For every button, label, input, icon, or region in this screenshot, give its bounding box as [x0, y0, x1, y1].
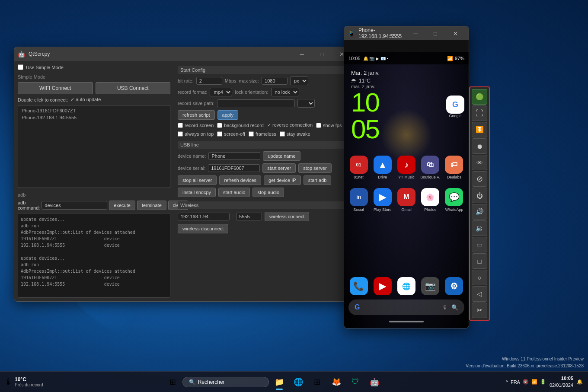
- record-button[interactable]: ⏺: [472, 138, 487, 154]
- maxsize-select[interactable]: px: [290, 76, 308, 85]
- phone-app-boutique[interactable]: 🛍 Boutique A.: [420, 156, 441, 179]
- simple-mode-checkbox[interactable]: [18, 64, 23, 70]
- maxsize-input[interactable]: [262, 77, 288, 85]
- install-sndcpy-button[interactable]: install sndcpy: [178, 188, 216, 197]
- always-on-top-check[interactable]: [178, 131, 183, 137]
- collapse-toolbar-button[interactable]: ⏬: [472, 122, 487, 137]
- circle-button[interactable]: ○: [472, 270, 487, 285]
- phone-app-01net[interactable]: 01 01net: [348, 156, 369, 179]
- power-button[interactable]: ⏻: [472, 188, 487, 203]
- device-name-input[interactable]: [208, 152, 260, 160]
- usb-connect-button[interactable]: USB Connect: [96, 82, 171, 94]
- screen-off-check[interactable]: [217, 131, 222, 137]
- google-g-icon: G: [355, 303, 360, 311]
- taskbar-app-explorer[interactable]: 📁: [271, 373, 288, 391]
- phone-app-drive[interactable]: ▲ Drive: [372, 156, 393, 179]
- bg-record-check[interactable]: [217, 123, 222, 128]
- start-server-button[interactable]: start server: [262, 163, 296, 173]
- dock-settings[interactable]: ⚙: [444, 277, 464, 295]
- tray-battery-icon[interactable]: 🔋: [540, 379, 546, 385]
- phone-app-ytmusic[interactable]: ♪ YT Music: [396, 156, 416, 179]
- record-format-select[interactable]: mp4: [210, 88, 232, 96]
- device-serial-input[interactable]: [208, 164, 260, 172]
- options-checkboxes: record screen background record ✓ revers…: [178, 122, 352, 137]
- volume-up-button[interactable]: 🔊: [472, 204, 487, 220]
- tray-mute-icon[interactable]: 🔇: [523, 379, 529, 385]
- weather-widget[interactable]: 🌡 10°C Près du record: [4, 376, 43, 387]
- save-path-input[interactable]: [217, 99, 295, 107]
- wireless-port-input[interactable]: [236, 213, 262, 220]
- device-list[interactable]: Phone-19161FDF6007ZT Phone-192.168.1.94:…: [18, 105, 170, 188]
- fullscreen-button[interactable]: ⛶: [472, 105, 487, 121]
- wireless-disconnect-button[interactable]: wireless disconnect: [178, 224, 228, 233]
- green-indicator-button[interactable]: 🟢: [472, 89, 487, 105]
- dock-phone[interactable]: 📞: [348, 277, 369, 295]
- home-button[interactable]: □: [472, 253, 487, 269]
- phone-minimize-button[interactable]: ─: [406, 26, 425, 40]
- mic-icon[interactable]: 🎙: [442, 304, 448, 311]
- taskbar-app-browser[interactable]: 🌐: [290, 373, 307, 391]
- phone-clock-minutes: 05: [351, 116, 462, 143]
- update-name-button[interactable]: update name: [263, 151, 300, 161]
- screenshot-button[interactable]: ✂: [472, 303, 487, 318]
- get-device-ip-button[interactable]: get device IP: [264, 175, 301, 185]
- phone-app-photos[interactable]: 🌸 Photos: [420, 188, 441, 212]
- stop-all-server-button[interactable]: stop all server: [178, 175, 217, 185]
- start-audio-button[interactable]: start audio: [218, 188, 250, 197]
- refresh-devices-button[interactable]: refresh devices: [219, 175, 261, 185]
- clock-display[interactable]: 10:05 02/01/2024: [550, 375, 573, 389]
- record-screen-check[interactable]: [178, 123, 183, 128]
- frameless-check[interactable]: [249, 131, 254, 137]
- show-button[interactable]: 👁: [472, 155, 487, 170]
- wireless-connect-button[interactable]: wireless connect: [265, 212, 309, 221]
- hide-button[interactable]: ⊘: [472, 171, 487, 187]
- lock-orientation-select[interactable]: no lock: [271, 88, 299, 96]
- taskbar-app-android[interactable]: 🤖: [366, 373, 383, 391]
- start-button[interactable]: ⊞: [165, 374, 181, 390]
- phone-maximize-button[interactable]: □: [425, 26, 445, 40]
- taskbar-search[interactable]: 🔍 Rechercher: [182, 377, 269, 387]
- bitrate-input[interactable]: [196, 77, 222, 85]
- taskbar-app-windows[interactable]: ⊞: [309, 373, 326, 391]
- log-line: update devices...: [21, 216, 167, 223]
- device-item-1[interactable]: Phone-19161FDF6007ZT: [20, 107, 168, 114]
- taskbar-app-firefox[interactable]: 🦊: [328, 373, 345, 391]
- adb-command-input[interactable]: [42, 201, 107, 210]
- rotate-button[interactable]: ▭: [472, 237, 487, 252]
- terminate-button[interactable]: terminate: [137, 201, 166, 210]
- phone-close-button[interactable]: ✕: [445, 26, 465, 40]
- dock-chrome[interactable]: 🌐: [396, 277, 416, 295]
- apply-button[interactable]: apply: [217, 110, 238, 120]
- stop-audio-button[interactable]: stop audio: [252, 188, 284, 197]
- tray-chevron[interactable]: ^: [506, 379, 508, 385]
- dock-camera[interactable]: 📷: [420, 277, 441, 295]
- start-adb-button[interactable]: start adb: [304, 175, 332, 185]
- phone-google-search[interactable]: G 🎙 🔍: [348, 300, 464, 315]
- minimize-button[interactable]: ─: [292, 47, 312, 61]
- phone-app-whatsapp[interactable]: 💬 WhatsApp: [444, 188, 464, 212]
- back-button[interactable]: ◁: [472, 286, 487, 302]
- stop-server-button[interactable]: stop server: [298, 163, 331, 173]
- lens-icon[interactable]: 🔍: [451, 304, 458, 311]
- maximize-button[interactable]: □: [312, 47, 332, 61]
- wireless-ip-input[interactable]: [178, 213, 230, 220]
- device-item-2[interactable]: Phone-192.168.1.94:5555: [20, 114, 168, 121]
- stay-awake-check[interactable]: [280, 131, 285, 137]
- phone-app-dealabs[interactable]: 🏷 Dealabs: [444, 156, 464, 179]
- always-on-top-item: always on top: [178, 131, 214, 137]
- wifi-connect-button[interactable]: WIFI Connect: [18, 82, 93, 94]
- google-app-icon[interactable]: G Google: [446, 96, 464, 118]
- tray-network-icon[interactable]: 📶: [531, 379, 537, 385]
- taskbar-app-shield[interactable]: 🛡: [347, 373, 364, 391]
- phone-app-social[interactable]: in Social: [348, 188, 369, 212]
- refresh-script-button[interactable]: refresh script: [178, 110, 215, 120]
- volume-down-button[interactable]: 🔉: [472, 220, 487, 236]
- qtscrcpy-content: Use Simple Mode Simple Mode WIFI Connect…: [14, 61, 355, 301]
- notification-bell-icon[interactable]: 🔔: [577, 379, 583, 385]
- save-path-select[interactable]: [297, 99, 315, 108]
- phone-app-gmail[interactable]: M Gmail: [396, 188, 416, 212]
- show-fps-check[interactable]: [316, 123, 321, 128]
- phone-app-playstore[interactable]: ▶ Play Store: [372, 188, 393, 212]
- dock-youtube[interactable]: ▶: [372, 277, 393, 295]
- execute-button[interactable]: execute: [109, 201, 135, 210]
